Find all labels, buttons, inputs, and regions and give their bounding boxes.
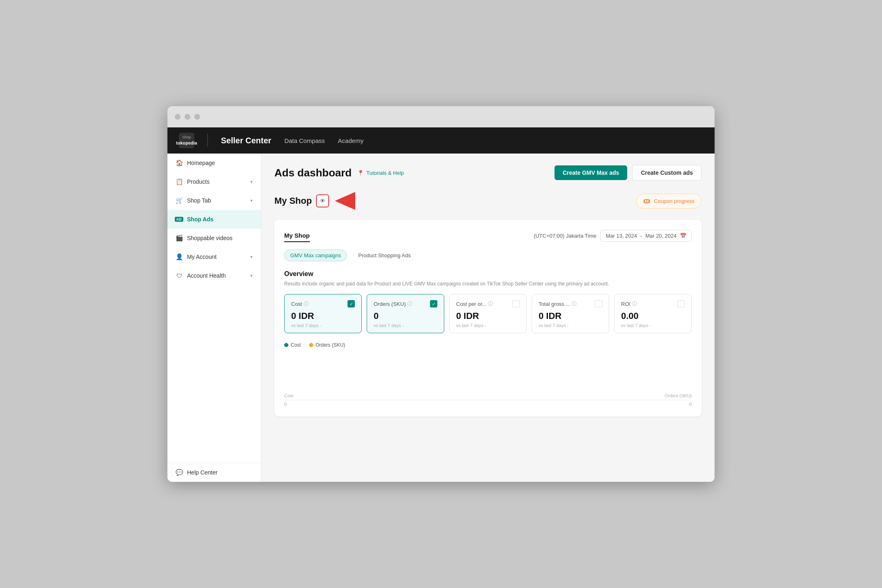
ad-badge-icon: AD	[176, 216, 183, 223]
metric-checkbox[interactable]	[512, 300, 520, 307]
traffic-light-green[interactable]	[194, 114, 200, 120]
sidebar-item-left: 👤 My Account	[176, 253, 216, 261]
eye-button[interactable]: 👁	[316, 194, 329, 207]
campaign-tab-gmv-label: GMV Max campaigns	[290, 252, 341, 258]
metric-label: Orders (SKU) ⓘ	[374, 301, 412, 307]
info-icon[interactable]: ⓘ	[572, 301, 577, 307]
metric-compare: vs last 7 days -	[374, 323, 437, 328]
data-compass-link[interactable]: Data Compass	[284, 137, 325, 144]
metric-label: ROI ⓘ	[621, 301, 637, 307]
brand-name-text: tokopedia	[176, 140, 197, 146]
tutorials-pin-icon: 📍	[357, 170, 364, 176]
metric-card-3[interactable]: Total gross ... ⓘ 0 IDR vs last 7 days -	[532, 294, 609, 333]
metric-card-1[interactable]: Orders (SKU) ⓘ ✓ 0 vs last 7 days -	[367, 294, 444, 333]
metric-value: 0.00	[621, 311, 685, 321]
chart-area: Cost Orders (SKU)	[284, 351, 692, 400]
titlebar	[167, 106, 715, 127]
metric-label: Total gross ... ⓘ	[539, 301, 577, 307]
sidebar-item-left: 🛒 Shop Tab	[176, 197, 211, 204]
sidebar-item-my-account[interactable]: 👤 My Account ▾	[167, 247, 261, 266]
sidebar-item-shoppable-videos[interactable]: 🎬 Shoppable videos	[167, 229, 261, 247]
metric-compare: vs last 7 days -	[621, 323, 685, 328]
campaign-tab-product-label: Product Shopping Ads	[358, 252, 411, 258]
eye-icon: 👁	[320, 198, 325, 204]
metric-checkbox[interactable]: ✓	[430, 300, 437, 307]
legend-row: Cost Orders (SKU)	[284, 342, 692, 348]
metric-card-4[interactable]: ROI ⓘ 0.00 vs last 7 days -	[614, 294, 692, 333]
campaign-tab-product[interactable]: Product Shopping Ads	[352, 249, 417, 261]
info-icon[interactable]: ⓘ	[632, 301, 637, 307]
date-range-picker[interactable]: Mar 13, 2024 - Mar 20, 2024 📅	[600, 230, 692, 242]
help-center-icon: 💬	[176, 469, 183, 476]
tutorials-link[interactable]: 📍 Tutorials & Help	[357, 170, 404, 176]
create-gmv-button[interactable]: Create GMV Max ads	[555, 165, 628, 180]
brand-icon: Shop tokopedia	[179, 133, 194, 148]
sidebar-item-left: 💬 Help Center	[176, 469, 218, 476]
academy-link[interactable]: Academy	[338, 137, 364, 144]
chevron-down-icon: ▾	[250, 198, 253, 203]
metric-card-header: Cost ⓘ ✓	[291, 300, 355, 307]
metric-compare: vs last 7 days -	[456, 323, 520, 328]
tabs-left: My Shop	[284, 229, 321, 242]
metric-card-2[interactable]: Cost per or... ⓘ 0 IDR vs last 7 days -	[449, 294, 527, 333]
chart-zero-left: 0	[284, 402, 287, 407]
info-icon[interactable]: ⓘ	[408, 301, 412, 307]
chevron-down-icon: ▾	[250, 273, 253, 278]
my-account-icon: 👤	[176, 253, 183, 261]
tab-my-shop[interactable]: My Shop	[284, 229, 310, 242]
overview-desc: Results include organic and paid data fo…	[284, 281, 692, 287]
sidebar-label-account-health: Account Health	[187, 272, 226, 279]
topnav: Shop tokopedia Seller Center Data Compas…	[167, 127, 715, 154]
shop-heading-row: My Shop 👁 🎟 Coupon progress	[274, 192, 702, 210]
chart-y-axis-left: Cost	[284, 393, 294, 398]
chart-axis-row: 0 0	[284, 402, 692, 407]
sidebar-item-account-health[interactable]: 🛡 Account Health ▾	[167, 266, 261, 285]
brand: Shop tokopedia	[179, 133, 194, 148]
tabs-date-row: My Shop (UTC+07:00) Jakarta Time Mar 13,…	[284, 229, 692, 242]
main-layout: 🏠 Homepage 📋 Products ▾ 🛒 Shop Tab ▾	[167, 154, 715, 482]
date-from: Mar 13, 2024	[606, 233, 637, 239]
traffic-light-red[interactable]	[175, 114, 180, 120]
metric-card-header: Orders (SKU) ⓘ ✓	[374, 300, 437, 307]
sidebar-item-homepage[interactable]: 🏠 Homepage	[167, 154, 261, 172]
metric-checkbox[interactable]: ✓	[347, 300, 355, 307]
date-picker: (UTC+07:00) Jakarta Time Mar 13, 2024 - …	[534, 230, 692, 242]
shop-heading-text: My Shop	[274, 196, 312, 206]
brand-shop-text: Shop	[182, 135, 191, 140]
coupon-progress-button[interactable]: 🎟 Coupon progress	[636, 194, 702, 209]
legend-dot	[284, 343, 288, 347]
metric-card-0[interactable]: Cost ⓘ ✓ 0 IDR vs last 7 days -	[284, 294, 362, 333]
metric-value: 0 IDR	[456, 311, 520, 321]
sidebar-label-help-center: Help Center	[187, 469, 218, 476]
sidebar-item-help-center[interactable]: 💬 Help Center	[167, 463, 261, 482]
chart-zero-right: 0	[689, 402, 692, 407]
metric-card-header: ROI ⓘ	[621, 300, 685, 307]
sidebar-item-shop-tab[interactable]: 🛒 Shop Tab ▾	[167, 191, 261, 210]
sidebar-item-products[interactable]: 📋 Products ▾	[167, 172, 261, 191]
metric-checkbox[interactable]	[677, 300, 685, 307]
metric-checkbox[interactable]	[595, 300, 602, 307]
tutorials-label: Tutorials & Help	[366, 170, 404, 176]
info-icon[interactable]: ⓘ	[304, 301, 309, 307]
account-health-icon: 🛡	[176, 272, 183, 279]
ad-label: AD	[175, 217, 183, 222]
main-content: Ads dashboard 📍 Tutorials & Help Create …	[261, 154, 715, 482]
sidebar: 🏠 Homepage 📋 Products ▾ 🛒 Shop Tab ▾	[167, 154, 261, 482]
page-header-right: Create GMV Max ads Create Custom ads	[555, 165, 702, 180]
chart-y-axis-right: Orders (SKU)	[664, 393, 692, 398]
legend-label: Cost	[291, 342, 301, 348]
info-icon[interactable]: ⓘ	[488, 301, 493, 307]
sidebar-item-shop-ads[interactable]: AD Shop Ads	[167, 210, 261, 229]
metric-card-header: Total gross ... ⓘ	[539, 300, 602, 307]
calendar-icon: 📅	[680, 233, 686, 239]
campaign-tabs: GMV Max campaigns Product Shopping Ads	[284, 249, 692, 261]
campaign-tab-gmv[interactable]: GMV Max campaigns	[284, 249, 347, 261]
metric-compare: vs last 7 days -	[539, 323, 602, 328]
shop-tab-icon: 🛒	[176, 197, 183, 204]
traffic-light-yellow[interactable]	[185, 114, 190, 120]
create-custom-button[interactable]: Create Custom ads	[632, 165, 702, 180]
legend-item-1: Orders (SKU)	[309, 342, 345, 348]
sidebar-item-left: 🛡 Account Health	[176, 272, 226, 279]
metric-label: Cost ⓘ	[291, 301, 309, 307]
date-to: Mar 20, 2024	[645, 233, 677, 239]
